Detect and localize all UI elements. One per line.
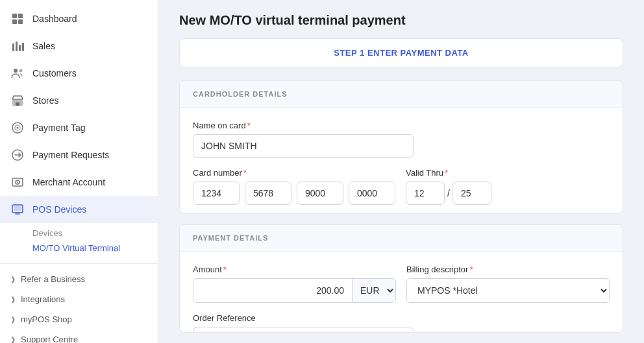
amount-input-wrap: EUR USD GBP [193,278,396,303]
cardholder-section-title: CARDHOLDER DETAILS [180,81,623,108]
chevron-icon: ❱ [10,336,16,343]
svg-rect-3 [18,19,23,24]
sidebar: Dashboard Sales [0,0,158,343]
sidebar-item-sales[interactable]: Sales [0,32,158,60]
footer-item-mypos-shop[interactable]: ❱ myPOS Shop [0,309,158,329]
card-number-group: Card number* [193,168,395,205]
sidebar-item-label: Stores [32,95,58,106]
pos-devices-icon [10,202,25,217]
dashboard-icon [10,12,25,26]
sidebar-item-merchant-account[interactable]: Merchant Account [0,169,158,196]
svg-rect-7 [22,43,24,51]
footer-item-label: myPOS Shop [21,314,72,324]
svg-rect-5 [16,41,18,51]
order-ref-label: Order Reference [193,313,610,323]
sidebar-item-label: Payment Requests [32,150,109,160]
payment-section: PAYMENT DETAILS Amount* EUR USD GBP [179,224,623,333]
sidebar-item-label: Merchant Account [32,177,105,187]
name-group: Name on card* [193,121,610,158]
svg-rect-0 [12,14,17,18]
valid-thru-group: Valid Thru* / [406,168,491,205]
chevron-icon: ❱ [10,316,16,323]
svg-rect-20 [14,206,21,211]
cardholder-section-body: Name on card* Card number* [180,108,623,214]
chevron-icon: ❱ [10,276,16,283]
stores-icon [10,93,25,108]
amount-group: Amount* EUR USD GBP [193,265,396,303]
order-ref-input[interactable] [193,327,414,333]
customers-icon [10,66,25,80]
currency-select[interactable]: EUR USD GBP [352,279,395,302]
sub-nav-devices[interactable]: Devices [32,226,158,241]
sidebar-item-dashboard[interactable]: Dashboard [0,5,158,32]
name-label: Name on card* [193,121,610,130]
sidebar-nav: Dashboard Sales [0,0,158,263]
card-seg4-input[interactable] [349,182,395,205]
payment-requests-icon [10,148,25,162]
card-number-label: Card number* [193,168,395,178]
svg-rect-22 [16,212,19,213]
amount-label: Amount* [193,265,396,274]
sub-nav-moto[interactable]: MO/TO Virtual Terminal [32,241,158,255]
sidebar-item-label: POS Devices [32,204,86,215]
billing-group: Billing descriptor* MYPOS *Hotel [406,265,610,303]
sidebar-item-label: Dashboard [32,14,77,24]
name-row: Name on card* [193,121,610,158]
svg-rect-2 [12,19,17,24]
billing-select[interactable]: MYPOS *Hotel [406,278,610,303]
sidebar-item-stores[interactable]: Stores [0,87,158,114]
main-content: New MO/TO virtual terminal payment STEP … [158,0,644,343]
page-title: New MO/TO virtual terminal payment [179,13,623,28]
sidebar-item-customers[interactable]: Customers [0,60,158,87]
valid-thru-row: / [406,182,491,205]
footer-item-refer[interactable]: ❱ Refer a Business [0,269,158,289]
svg-point-9 [19,69,23,73]
card-seg1-input[interactable] [193,182,240,205]
chevron-icon: ❱ [10,296,16,303]
svg-point-14 [17,127,19,129]
order-ref-group: Order Reference [193,313,610,333]
svg-rect-21 [15,213,20,215]
svg-rect-1 [18,14,23,18]
amount-input[interactable] [193,279,352,302]
valid-thru-separator: / [447,188,450,198]
page-header: New MO/TO virtual terminal payment [158,0,644,38]
sidebar-item-label: Sales [32,41,55,51]
svg-rect-4 [12,43,14,51]
payment-section-body: Amount* EUR USD GBP Billing descriptor* [180,252,623,333]
sidebar-footer: ❱ Refer a Business ❱ Integrations ❱ myPO… [0,263,158,343]
sidebar-item-label: Payment Tag [32,123,85,133]
sidebar-item-payment-requests[interactable]: Payment Requests [0,141,158,169]
cardholder-section: CARDHOLDER DETAILS Name on card* Card nu… [179,80,623,214]
footer-item-support[interactable]: ❱ Support Centre [0,329,158,343]
valid-thru-year-input[interactable] [452,182,491,205]
card-number-row [193,182,395,205]
step-bar: STEP 1 ENTER PAYMENT DATA [179,38,623,67]
footer-item-integrations[interactable]: ❱ Integrations [0,289,158,309]
valid-thru-month-input[interactable] [406,182,445,205]
footer-item-label: Integrations [21,294,65,304]
order-ref-row: Order Reference [193,313,610,333]
card-seg3-input[interactable] [297,182,343,205]
payment-tag-icon [10,121,25,135]
merchant-account-icon [10,175,25,189]
svg-point-18 [17,182,18,183]
sub-nav: Devices MO/TO Virtual Terminal [0,223,158,258]
card-seg2-input[interactable] [245,182,291,205]
footer-item-label: Support Centre [21,335,78,343]
step-label: STEP 1 ENTER PAYMENT DATA [334,48,469,58]
amount-billing-row: Amount* EUR USD GBP Billing descriptor* [193,265,610,303]
footer-item-label: Refer a Business [21,274,85,284]
sidebar-item-label: Customers [32,68,77,78]
svg-point-8 [14,69,18,73]
sidebar-item-pos-devices[interactable]: POS Devices [0,196,158,223]
sidebar-item-payment-tag[interactable]: Payment Tag [0,114,158,141]
svg-rect-11 [16,102,19,106]
name-input[interactable] [193,134,414,158]
payment-section-title: PAYMENT DETAILS [180,225,623,252]
svg-rect-6 [19,45,21,51]
sales-icon [10,39,25,53]
card-row: Card number* Valid Thru* / [193,168,610,205]
billing-label: Billing descriptor* [406,265,610,274]
valid-thru-label: Valid Thru* [406,168,491,178]
